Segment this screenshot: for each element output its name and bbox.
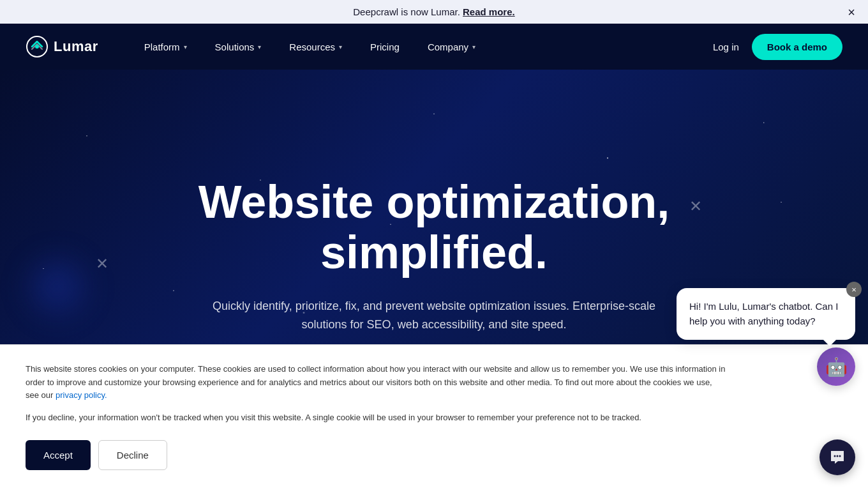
chatbot-avatar-icon: 🤖 xyxy=(825,356,848,377)
login-link[interactable]: Log in xyxy=(713,42,739,52)
nav-links: Platform ▾ Solutions ▾ Resources ▾ Prici… xyxy=(130,24,713,70)
cookie-content: This website stores cookies on your comp… xyxy=(26,363,728,470)
nav-solutions[interactable]: Solutions ▾ xyxy=(201,24,276,70)
decline-cookies-button[interactable]: Decline xyxy=(98,440,167,470)
chevron-down-icon: ▾ xyxy=(472,43,475,50)
svg-point-3 xyxy=(837,455,839,457)
chatbot-container: × Hi! I'm Lulu, Lumar's chatbot. Can I h… xyxy=(677,288,855,386)
nav-actions: Log in Book a demo xyxy=(713,34,842,60)
nav-resources[interactable]: Resources ▾ xyxy=(275,24,356,70)
accept-cookies-button[interactable]: Accept xyxy=(26,440,91,470)
svg-point-4 xyxy=(839,455,841,457)
close-announcement-button[interactable]: × xyxy=(848,4,855,19)
announcement-bar: Deepcrawl is now Lumar. Read more. × xyxy=(0,0,868,24)
book-demo-button[interactable]: Book a demo xyxy=(752,34,842,60)
chatbot-bubble-text: Hi! I'm Lulu, Lumar's chatbot. Can I hel… xyxy=(689,301,838,326)
hero-orb-decoration xyxy=(19,248,96,325)
chatbot-bubble: × Hi! I'm Lulu, Lumar's chatbot. Can I h… xyxy=(677,288,855,340)
announcement-link[interactable]: Read more. xyxy=(463,6,515,17)
nav-company[interactable]: Company ▾ xyxy=(414,24,490,70)
svg-point-1 xyxy=(35,45,39,49)
cookie-buttons: Accept Decline xyxy=(26,440,728,470)
hero-subtitle: Quickly identify, prioritize, fix, and p… xyxy=(198,297,670,334)
chevron-down-icon: ▾ xyxy=(339,43,342,50)
chevron-down-icon: ▾ xyxy=(258,43,261,50)
chatbot-avatar[interactable]: 🤖 xyxy=(817,347,855,386)
nav-platform[interactable]: Platform ▾ xyxy=(130,24,201,70)
privacy-policy-link[interactable]: privacy policy. xyxy=(56,390,107,400)
chat-open-button[interactable] xyxy=(819,439,855,475)
cookie-decline-text: If you decline, your information won't b… xyxy=(26,411,728,425)
chatbot-close-button[interactable]: × xyxy=(846,282,862,297)
nav-pricing[interactable]: Pricing xyxy=(356,24,414,70)
cookie-main-text: This website stores cookies on your comp… xyxy=(26,363,728,402)
svg-point-2 xyxy=(834,455,836,457)
logo-text: Lumar xyxy=(54,38,98,55)
hero-cross-decoration-1: ✕ xyxy=(96,255,108,273)
hero-title: Website optimization, simplified. xyxy=(147,177,721,278)
main-nav: Lumar Platform ▾ Solutions ▾ Resources ▾… xyxy=(0,24,868,70)
chevron-down-icon: ▾ xyxy=(184,43,187,50)
logo-icon xyxy=(26,35,49,58)
chat-icon xyxy=(828,448,846,466)
logo[interactable]: Lumar xyxy=(26,35,98,58)
announcement-text: Deepcrawl is now Lumar. xyxy=(353,6,463,17)
